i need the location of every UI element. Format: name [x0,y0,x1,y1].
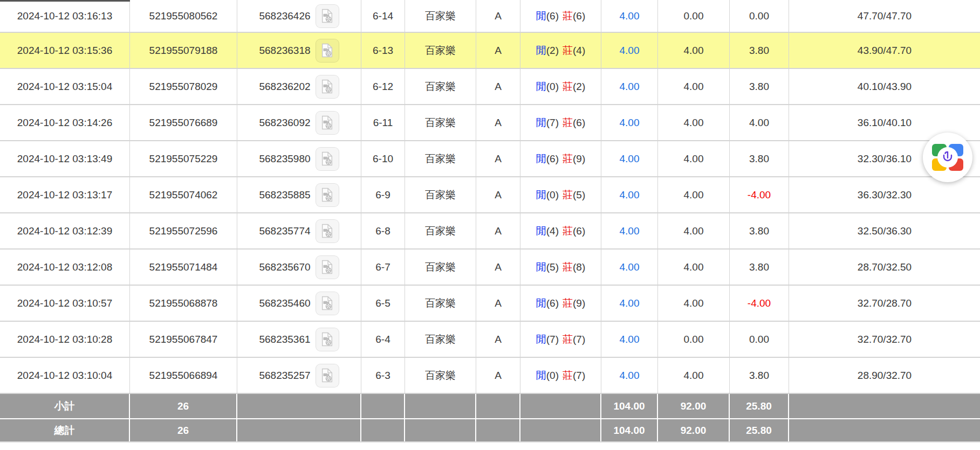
game-id-text: 568236202 [259,81,310,93]
cell-bet-id: 521955072596 [130,213,237,248]
video-replay-button[interactable] [316,255,339,279]
table-row[interactable]: 2024-10-12 03:13:17 521955074062 5682358… [0,177,980,213]
bet-amount-link[interactable]: 4.00 [620,10,640,22]
cell-table: A [476,33,520,68]
cell-round: 6-7 [361,250,405,285]
summary-empty [237,394,361,418]
cell-time: 2024-10-12 03:12:39 [0,213,130,248]
cell-result: 閒(6) 莊(6) [520,0,601,32]
cell-game-type: 百家樂 [405,0,476,32]
cell-balance: 32.70/28.70 [789,286,980,321]
video-replay-button[interactable] [316,183,339,207]
summary-empty [405,419,476,441]
cell-balance: 43.90/47.70 [789,33,980,68]
cell-valid-bet: 4.00 [658,250,730,285]
bet-amount-link[interactable]: 4.00 [620,370,640,382]
bet-amount-link[interactable]: 4.00 [620,45,640,57]
cell-table: A [476,69,520,104]
table-row[interactable]: 2024-10-12 03:10:04 521955066894 5682352… [0,358,980,394]
cell-table: A [476,213,520,248]
video-file-icon [320,296,334,310]
table-row[interactable]: 2024-10-12 03:10:28 521955067847 5682353… [0,322,980,358]
video-replay-button[interactable] [316,219,339,243]
game-id-text: 568235885 [259,189,310,201]
table-row[interactable]: 2024-10-12 03:15:36 521955079188 5682363… [0,33,980,69]
table-row[interactable]: 2024-10-12 03:16:13 521955080562 5682364… [0,0,980,33]
table-row[interactable]: 2024-10-12 03:12:08 521955071484 5682356… [0,250,980,286]
summary-bet-total: 104.00 [601,419,658,441]
cell-game-type: 百家樂 [405,358,476,393]
player-points: (6) [546,153,559,165]
cell-bet-amount: 4.00 [601,69,658,104]
bet-amount-link[interactable]: 4.00 [620,297,640,309]
table-row[interactable]: 2024-10-12 03:14:26 521955076689 5682360… [0,105,980,141]
cell-bet-id: 521955067847 [130,322,237,357]
banker-label: 莊 [563,44,573,58]
bet-amount-link[interactable]: 4.00 [620,153,640,165]
player-label: 閒 [536,116,546,130]
cell-game-type: 百家樂 [405,105,476,140]
cell-table: A [476,358,520,393]
video-file-icon [320,224,334,238]
player-label: 閒 [536,152,546,166]
player-points: (0) [546,81,559,93]
cell-bet-amount: 4.00 [601,322,658,357]
video-replay-button[interactable] [316,292,339,315]
cell-time: 2024-10-12 03:15:36 [0,33,130,68]
video-file-icon [320,9,334,23]
cell-win-loss: 3.80 [730,141,789,176]
table-row[interactable]: 2024-10-12 03:13:49 521955075229 5682359… [0,141,980,177]
bet-amount-link[interactable]: 4.00 [620,81,640,93]
table-row[interactable]: 2024-10-12 03:15:04 521955078029 5682362… [0,69,980,105]
cell-result: 閒(4) 莊(6) [520,213,601,248]
cell-win-loss: 3.80 [730,33,789,68]
video-replay-button[interactable] [316,39,339,63]
table-footer: 小計 26 104.00 92.00 25.80 總計 26 104.00 92… [0,394,980,442]
table-row[interactable]: 2024-10-12 03:10:57 521955068878 5682354… [0,286,980,322]
banker-points: (9) [573,153,585,165]
bet-amount-link[interactable]: 4.00 [620,334,640,345]
summary-winloss-total: 25.80 [730,419,789,441]
cell-game-type: 百家樂 [405,141,476,176]
summary-valid-total: 92.00 [658,394,730,418]
cell-balance: 32.70/32.70 [789,322,980,357]
video-file-icon [320,79,334,94]
banker-label: 莊 [563,260,573,274]
player-points: (7) [546,117,559,129]
video-replay-button[interactable] [316,328,339,351]
cell-round: 6-5 [361,286,405,321]
cell-table: A [476,322,520,357]
cell-valid-bet: 4.00 [658,33,730,68]
banker-label: 莊 [563,224,573,238]
bet-amount-link[interactable]: 4.00 [620,117,640,129]
bet-amount-link[interactable]: 4.00 [620,261,640,273]
cell-bet-amount: 4.00 [601,0,658,32]
player-label: 閒 [536,333,546,347]
bet-amount-link[interactable]: 4.00 [620,189,640,201]
cell-table: A [476,0,520,32]
video-replay-button[interactable] [316,111,339,135]
cell-win-loss: 3.80 [730,213,789,248]
video-file-icon [320,260,334,274]
summary-label: 總計 [0,419,130,441]
extension-floating-button[interactable] [923,133,972,182]
cell-balance: 40.10/43.90 [789,69,980,104]
summary-empty [361,419,405,441]
cell-time: 2024-10-12 03:13:17 [0,177,130,212]
player-label: 閒 [536,188,546,202]
cell-result: 閒(5) 莊(8) [520,250,601,285]
video-replay-button[interactable] [316,75,339,99]
table-body: 2024-10-12 03:16:13 521955080562 5682364… [0,0,980,394]
video-replay-button[interactable] [316,4,339,28]
video-replay-button[interactable] [316,364,339,387]
cell-bet-amount: 4.00 [601,33,658,68]
table-row[interactable]: 2024-10-12 03:12:39 521955072596 5682357… [0,213,980,250]
summary-empty [361,394,405,418]
cell-time: 2024-10-12 03:16:13 [0,0,130,32]
video-replay-button[interactable] [316,147,339,171]
cell-bet-id: 521955071484 [130,250,237,285]
bet-amount-link[interactable]: 4.00 [620,225,640,237]
player-points: (6) [546,10,559,22]
player-label: 閒 [536,44,546,58]
video-file-icon [320,368,334,383]
